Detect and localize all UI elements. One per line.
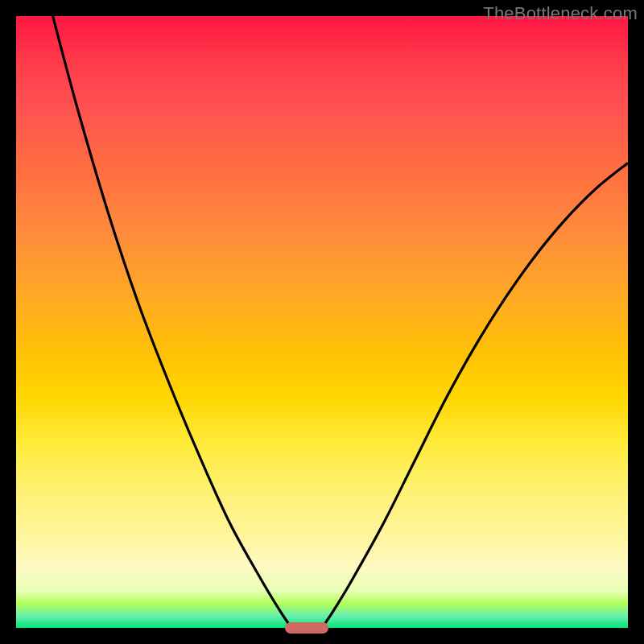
- right-curve: [322, 163, 628, 628]
- baseline-marker: [285, 622, 328, 634]
- watermark-text: TheBottleneck.com: [483, 3, 638, 24]
- left-curve: [53, 16, 291, 628]
- plot-area: [16, 16, 628, 628]
- curves-svg: [16, 16, 628, 628]
- chart-container: TheBottleneck.com: [0, 0, 644, 644]
